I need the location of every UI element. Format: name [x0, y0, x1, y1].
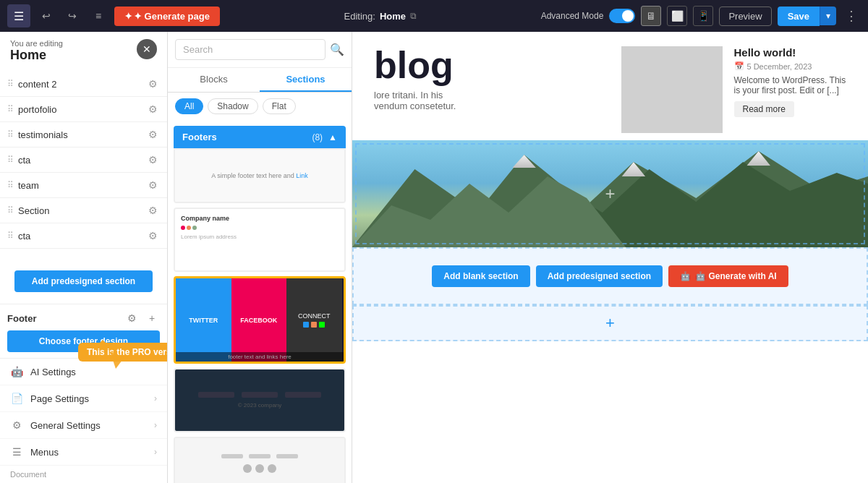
undo-button[interactable]: ↩: [36, 6, 56, 26]
search-input[interactable]: [175, 39, 326, 60]
chevron-right-icon: ›: [154, 447, 157, 457]
footer-template-1[interactable]: A simple footer text here and Link: [174, 148, 346, 203]
section-settings-icon[interactable]: ⚙: [145, 127, 160, 142]
drag-handle-icon: ⠿: [7, 104, 14, 114]
editing-indicator: Editing: Home ⧉: [226, 11, 535, 22]
add-section-plus-icon[interactable]: +: [605, 184, 615, 204]
section-settings-icon[interactable]: ⚙: [145, 77, 160, 91]
svg-marker-0: [110, 351, 124, 369]
tablet-view-button[interactable]: ⬜: [667, 6, 687, 26]
panel-filters: All Shadow Flat: [168, 93, 352, 120]
general-settings-item[interactable]: ⚙ General Settings ›: [0, 412, 167, 439]
footer-add-icon[interactable]: +: [144, 310, 160, 326]
list-item[interactable]: ⠿ cta ⚙: [0, 148, 167, 173]
footer-template-2[interactable]: Company name Lorem ipsum address: [174, 208, 346, 272]
section-settings-icon[interactable]: ⚙: [145, 102, 160, 116]
blog-title: blog: [374, 46, 600, 84]
save-button-group: Save ▾: [778, 7, 836, 26]
drag-handle-icon: ⠿: [7, 79, 14, 89]
panel-tabs: Blocks Sections: [168, 68, 352, 93]
ai-settings-item[interactable]: 🤖 AI Settings: [0, 359, 167, 385]
menus-item[interactable]: ☰ Menus ›: [0, 439, 167, 466]
sidebar: You are editing Home ✕ ⠿ content 2 ⚙ ⠿ p…: [0, 32, 168, 483]
section-settings-icon[interactable]: ⚙: [145, 228, 160, 243]
sidebar-sections-list: ⠿ content 2 ⚙ ⠿ portofolio ⚙ ⠿ testimoni…: [0, 69, 167, 259]
footer-header: Footer ⚙ +: [7, 310, 160, 326]
footer-template-5[interactable]: [174, 437, 346, 483]
main-layout: You are editing Home ✕ ⠿ content 2 ⚙ ⠿ p…: [0, 32, 868, 483]
list-item[interactable]: ⠿ portofolio ⚙: [0, 97, 167, 122]
page-link-icon: ⧉: [410, 11, 417, 21]
add-predesigned-section-canvas-button[interactable]: Add predesigned section: [536, 265, 663, 287]
sections-panel: 🔍 Blocks Sections All Shadow Flat Footer…: [168, 32, 352, 483]
search-icon: 🔍: [330, 43, 344, 56]
sidebar-header: You are editing Home ✕: [0, 32, 167, 69]
desktop-view-button[interactable]: 🖥: [641, 6, 661, 26]
generate-page-button[interactable]: ✦ ✦ Generate page: [114, 7, 220, 26]
general-settings-icon: ⚙: [10, 419, 23, 431]
tab-sections[interactable]: Sections: [260, 68, 352, 92]
page-settings-item[interactable]: 📄 Page Settings ›: [0, 385, 167, 412]
list-item[interactable]: ⠿ content 2 ⚙: [0, 72, 167, 97]
list-item[interactable]: ⠿ cta ⚙: [0, 223, 167, 249]
blog-section: blog lore tritani. In hisvendum consetet…: [352, 32, 868, 140]
ai-icon: 🤖: [10, 366, 23, 377]
preview-button[interactable]: Preview: [719, 7, 771, 26]
chevron-up-icon: ▲: [328, 132, 337, 142]
section-settings-icon[interactable]: ⚙: [145, 178, 160, 192]
topbar: ☰ ↩ ↪ ≡ ✦ ✦ Generate page Editing: Home …: [0, 0, 868, 32]
tooltip-arrow-icon: [110, 351, 124, 371]
add-predesigned-wrapper: Add predesigned section: [0, 259, 167, 304]
footers-group-header[interactable]: Footers (8) ▲: [174, 126, 346, 148]
post-card: Hello world! 📅 5 December, 2023 Welcome …: [734, 46, 847, 117]
footers-group: Footers (8) ▲ A simple footer text here …: [174, 126, 346, 483]
topbar-right: Advanced Mode 🖥 ⬜ 📱 Preview Save ▾ ⋮: [541, 5, 861, 27]
empty-section: Add blank section Add predesigned sectio…: [352, 247, 868, 305]
bottom-add-section[interactable]: +: [352, 305, 868, 341]
history-button[interactable]: ≡: [88, 6, 109, 26]
post-image: [621, 46, 723, 133]
add-blank-section-button[interactable]: Add blank section: [432, 265, 529, 287]
footer-template-4[interactable]: © 2023 company: [174, 368, 346, 432]
list-item[interactable]: ⠿ testimonials ⚙: [0, 122, 167, 148]
drag-handle-icon: ⠿: [7, 180, 14, 190]
panel-search-bar: 🔍: [168, 32, 352, 68]
page-settings-icon: 📄: [10, 393, 23, 404]
footer-settings-icon[interactable]: ⚙: [124, 310, 140, 326]
list-item[interactable]: ⠿ Section ⚙: [0, 198, 167, 223]
chevron-right-icon: ›: [154, 393, 157, 403]
chevron-right-icon: ›: [154, 420, 157, 430]
footer-template-3[interactable]: TWITTER FACEBOOK CONNECT: [174, 276, 346, 364]
section-settings-icon[interactable]: ⚙: [145, 153, 160, 167]
list-item[interactable]: ⠿ team ⚙: [0, 173, 167, 198]
panel-sections-list: Footers (8) ▲ A simple footer text here …: [168, 120, 352, 483]
menus-icon: ☰: [10, 446, 23, 458]
more-options-button[interactable]: ⋮: [842, 5, 861, 27]
redo-button[interactable]: ↪: [62, 6, 82, 26]
drag-handle-icon: ⠿: [7, 155, 14, 165]
drag-handle-icon: ⠿: [7, 129, 14, 140]
mountain-section: +: [352, 140, 868, 247]
tab-blocks[interactable]: Blocks: [168, 68, 260, 92]
menu-button[interactable]: ☰: [7, 4, 30, 27]
page-canvas: blog lore tritani. In hisvendum consetet…: [352, 32, 868, 483]
filter-flat-button[interactable]: Flat: [263, 98, 296, 114]
save-dropdown-button[interactable]: ▾: [820, 7, 836, 25]
drag-handle-icon: ⠿: [7, 231, 14, 241]
blog-text: lore tritani. In hisvendum consetetur.: [374, 90, 600, 111]
save-button[interactable]: Save: [778, 7, 820, 26]
mobile-view-button[interactable]: 📱: [693, 6, 713, 26]
read-more-button[interactable]: Read more: [734, 101, 794, 117]
sidebar-editing-text: You are editing Home: [10, 39, 137, 63]
advanced-mode-toggle[interactable]: [609, 9, 635, 23]
filter-shadow-button[interactable]: Shadow: [208, 98, 258, 114]
empty-section-actions: Add blank section Add predesigned sectio…: [432, 265, 788, 287]
section-settings-icon[interactable]: ⚙: [145, 203, 160, 218]
generate-with-ai-button[interactable]: 🤖 🤖 Generate with AI: [668, 265, 788, 287]
close-editing-button[interactable]: ✕: [137, 39, 157, 59]
filter-all-button[interactable]: All: [175, 98, 203, 114]
canvas-content: blog lore tritani. In hisvendum consetet…: [352, 32, 868, 483]
toggle-knob: [622, 10, 634, 22]
post-date: 📅 5 December, 2023: [734, 61, 847, 71]
add-predesigned-section-button[interactable]: Add predesigned section: [14, 270, 153, 292]
